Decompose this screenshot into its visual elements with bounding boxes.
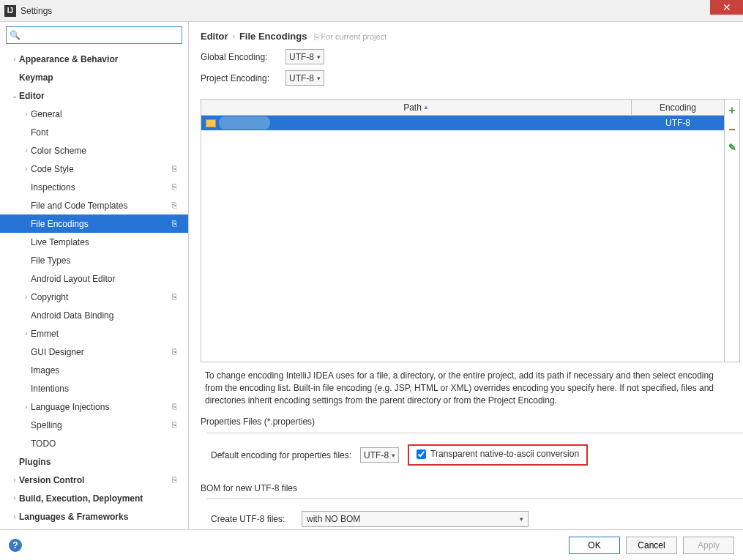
project-scope-icon: ⎘ — [172, 402, 182, 412]
project-scope-icon — [172, 493, 182, 504]
sidebar-item-label: Editor — [19, 91, 172, 101]
default-props-encoding-select[interactable]: UTF-8 ▾ — [360, 447, 399, 463]
sidebar-item-languages-frameworks[interactable]: ›Languages & Frameworks — [0, 507, 188, 526]
sidebar-item-images[interactable]: Images — [0, 361, 188, 379]
close-button[interactable]: ✕ — [710, 0, 743, 15]
sidebar-item-editor[interactable]: ⌄Editor — [0, 86, 188, 105]
sidebar-item-keymap[interactable]: Keymap — [0, 68, 188, 86]
search-icon: 🔍 — [10, 30, 20, 40]
search-input[interactable] — [22, 30, 179, 40]
transparent-native-ascii-label: Transparent native-to-ascii conversion — [430, 449, 579, 459]
sidebar-item-spelling[interactable]: Spelling⎘ — [0, 416, 188, 434]
sidebar-item-label: Font — [31, 127, 172, 138]
sidebar-item-code-style[interactable]: ›Code Style⎘ — [0, 160, 188, 178]
settings-tree: ›Appearance & BehaviorKeymap⌄Editor›Gene… — [0, 48, 188, 529]
chevron-down-icon: ▾ — [317, 75, 321, 82]
project-encoding-select[interactable]: UTF-8 ▾ — [285, 70, 324, 86]
sidebar-item-intentions[interactable]: Intentions — [0, 379, 188, 397]
cancel-button[interactable]: Cancel — [626, 537, 677, 554]
sidebar-item-plugins[interactable]: Plugins — [0, 452, 188, 471]
project-scope-icon: ⎘ — [172, 420, 182, 430]
column-path[interactable]: Path ▲ — [201, 100, 632, 115]
sidebar-item-label: GUI Designer — [31, 347, 172, 357]
sidebar-item-build-execution-deployment[interactable]: ›Build, Execution, Deployment — [0, 489, 188, 507]
scope-badge: ⎘ For current project — [314, 32, 387, 41]
sidebar-item-font[interactable]: Font — [0, 123, 188, 141]
help-button[interactable]: ? — [9, 539, 22, 552]
sidebar-item-inspections[interactable]: Inspections⎘ — [0, 178, 188, 196]
project-scope-icon: ⎘ — [172, 292, 182, 302]
chevron-icon: › — [22, 165, 31, 173]
sidebar-item-label: Live Templates — [31, 237, 172, 247]
project-scope-icon — [172, 365, 182, 376]
sidebar-item-gui-designer[interactable]: GUI Designer⎘ — [0, 343, 188, 361]
sidebar-item-label: Color Scheme — [31, 146, 172, 156]
titlebar: IJ Settings ✕ — [0, 0, 743, 22]
project-scope-icon — [172, 438, 182, 449]
apply-button[interactable]: Apply — [683, 537, 734, 554]
search-box[interactable]: 🔍 — [6, 26, 182, 44]
column-encoding[interactable]: Encoding — [632, 100, 724, 115]
create-utf8-select[interactable]: with NO BOM ▾ — [302, 511, 529, 527]
breadcrumb: Editor › File Encodings ⎘ For current pr… — [189, 22, 743, 49]
chevron-down-icon: ▾ — [317, 53, 321, 61]
sidebar-item-label: Copyright — [31, 292, 172, 302]
sidebar-item-file-types[interactable]: File Types — [0, 251, 188, 269]
remove-button[interactable]: − — [728, 123, 735, 136]
project-scope-icon — [172, 310, 182, 321]
sidebar-item-version-control[interactable]: ›Version Control⎘ — [0, 471, 188, 489]
project-scope-icon — [172, 255, 182, 266]
sidebar-item-label: TODO — [31, 438, 172, 449]
project-scope-icon: ⎘ — [172, 164, 182, 174]
project-scope-icon — [172, 512, 182, 522]
bom-group-title: BOM for new UTF-8 files — [201, 483, 731, 504]
sidebar-item-android-layout-editor[interactable]: Android Layout Editor — [0, 269, 188, 288]
breadcrumb-editor: Editor — [201, 31, 228, 42]
sidebar-item-language-injections[interactable]: ›Language Injections⎘ — [0, 397, 188, 416]
sidebar-item-label: Keymap — [19, 72, 172, 83]
sidebar-item-general[interactable]: ›General — [0, 105, 188, 123]
sidebar-item-file-encodings[interactable]: File Encodings⎘ — [0, 214, 188, 233]
project-scope-icon — [172, 329, 182, 339]
ok-button[interactable]: OK — [569, 537, 620, 554]
project-scope-icon: ⎘ — [172, 347, 182, 357]
chevron-right-icon: › — [233, 32, 235, 40]
global-encoding-select[interactable]: UTF-8 ▾ — [285, 49, 324, 64]
project-encoding-label: Project Encoding: — [201, 73, 285, 83]
sidebar-item-label: Intentions — [31, 384, 172, 394]
sidebar-item-label: Languages & Frameworks — [19, 512, 172, 522]
sidebar-item-label: Spelling — [31, 420, 172, 430]
sidebar-item-color-scheme[interactable]: ›Color Scheme — [0, 141, 188, 160]
transparent-native-ascii-checkbox[interactable] — [417, 449, 426, 459]
chevron-icon: › — [22, 403, 31, 411]
sidebar-item-todo[interactable]: TODO — [0, 434, 188, 452]
project-scope-icon — [172, 91, 182, 101]
sidebar-item-file-and-code-templates[interactable]: File and Code Templates⎘ — [0, 196, 188, 214]
project-scope-icon — [172, 384, 182, 394]
sidebar-item-live-templates[interactable]: Live Templates — [0, 233, 188, 251]
sort-asc-icon: ▲ — [423, 104, 429, 111]
global-encoding-label: Global Encoding: — [201, 52, 285, 62]
chevron-down-icon: ▾ — [520, 515, 523, 523]
sidebar-item-label: File Types — [31, 255, 172, 266]
app-icon: IJ — [4, 5, 16, 17]
project-scope-icon: ⎘ — [314, 32, 319, 41]
window-title: Settings — [20, 6, 52, 16]
sidebar-item-label: Appearance & Behavior — [19, 54, 172, 64]
footer: ? OK Cancel Apply — [0, 529, 743, 560]
table-row[interactable]: UTF-8 — [201, 116, 724, 130]
project-scope-icon: ⎘ — [172, 201, 182, 211]
sidebar-item-copyright[interactable]: ›Copyright⎘ — [0, 288, 188, 306]
project-scope-icon — [172, 237, 182, 247]
add-button[interactable]: + — [728, 104, 735, 117]
sidebar-item-emmet[interactable]: ›Emmet — [0, 324, 188, 343]
project-scope-icon — [172, 127, 182, 138]
path-label — [219, 116, 270, 130]
chevron-icon: › — [10, 476, 19, 484]
edit-button[interactable]: ✎ — [728, 142, 736, 153]
sidebar-item-android-data-binding[interactable]: Android Data Binding — [0, 306, 188, 324]
chevron-icon: › — [22, 293, 31, 301]
sidebar-item-label: File Encodings — [31, 219, 172, 229]
sidebar-item-appearance-behavior[interactable]: ›Appearance & Behavior — [0, 50, 188, 68]
project-scope-icon — [172, 109, 182, 119]
